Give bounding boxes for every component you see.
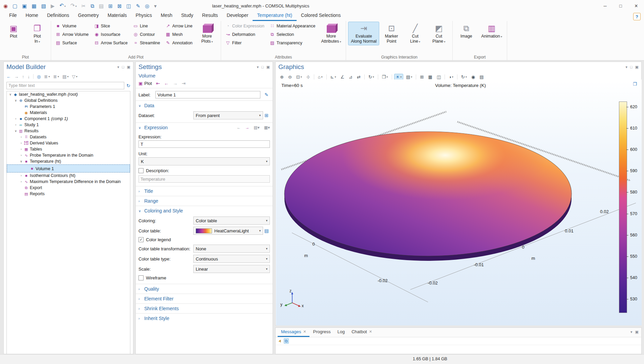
tab-log[interactable]: Log <box>334 328 348 337</box>
duplicate-icon[interactable]: ⊞ <box>108 3 113 8</box>
move-up-icon[interactable]: ↑ <box>22 74 24 79</box>
section-inherit-style[interactable]: ›Inherit Style <box>136 313 273 323</box>
tab-messages[interactable]: Messages✕ <box>278 328 309 337</box>
menu-tab-geometry[interactable]: Geometry <box>73 11 103 21</box>
material-rendering-icon[interactable]: ◑▾ <box>447 74 455 80</box>
copy-text-icon[interactable]: ⧉ <box>284 338 289 344</box>
go-to-default-view-icon[interactable]: ⌂▾ <box>316 74 324 80</box>
image-button[interactable]: ⧉Image <box>455 22 478 40</box>
menu-tab-physics[interactable]: Physics <box>131 11 156 21</box>
prev-expression-icon[interactable]: ← <box>237 125 241 130</box>
section-title[interactable]: ›Title <box>136 186 273 196</box>
tree-item-volume-1[interactable]: ■Volume 1 <box>7 164 130 173</box>
scene-light-icon[interactable]: ☀▾ <box>394 74 404 80</box>
color-expression-button[interactable]: ◔Color Expression <box>223 22 267 30</box>
expand-all-icon[interactable]: ≣▾ <box>53 74 59 79</box>
run-icon[interactable]: ▶ <box>51 3 55 8</box>
cut-line-button[interactable]: ╱CutLine ▾ <box>404 22 427 46</box>
float-panel-icon[interactable]: □ <box>261 65 264 69</box>
color-legend-checkbox[interactable]: ✓ <box>138 237 144 242</box>
nav-forward-icon[interactable]: → <box>14 74 19 79</box>
plot-in-button[interactable]: ❐PlotIn ▾ <box>26 22 49 46</box>
help-icon[interactable]: ? <box>633 13 641 20</box>
menu-tab-developer[interactable]: Developer <box>222 11 253 21</box>
new-file-icon[interactable]: ▢ <box>13 3 17 8</box>
tree-columns-icon[interactable]: ▤▾ <box>62 74 68 79</box>
tree-item-global-definitions[interactable]: ∨⊕Global Definitions <box>7 97 130 104</box>
expander-icon[interactable]: ∨ <box>14 99 18 102</box>
expander-icon[interactable]: › <box>19 135 23 139</box>
arrow-volume-button[interactable]: ⊞Arrow Volume <box>53 30 91 39</box>
unit-select[interactable]: K▾ <box>138 157 270 165</box>
zoom-out-icon[interactable]: ⊖ <box>286 74 294 80</box>
print-icon[interactable]: ▤ <box>478 74 485 80</box>
plot-area[interactable]: Time=60 s Volume: Temperature (K) ❐ z y … <box>276 79 642 325</box>
expander-icon[interactable]: › <box>14 117 18 120</box>
menu-tab-temperature-ht-[interactable]: Temperature (ht) <box>253 11 296 21</box>
measure-icon[interactable]: ⊾▾ <box>329 74 338 80</box>
material-appearance-button[interactable]: ∷Material Appearance <box>267 22 318 30</box>
expander-icon[interactable]: › <box>19 180 23 183</box>
selection-button[interactable]: ⧉Selection <box>267 30 318 39</box>
snapshot-icon[interactable]: ◉ <box>470 74 477 80</box>
tab-progress[interactable]: Progress <box>309 328 334 337</box>
mirror-view-icon[interactable]: ⇄ <box>355 74 362 80</box>
pin-panel-icon[interactable]: ▣ <box>127 65 130 69</box>
show-axes-icon[interactable]: ▦ <box>426 74 434 80</box>
undo-icon[interactable]: ↶▾ <box>59 3 66 9</box>
close-tab-icon[interactable]: ✕ <box>303 329 306 334</box>
next-expression-icon[interactable]: → <box>245 125 249 130</box>
streamline-button[interactable]: ≈Streamline <box>131 39 163 47</box>
expander-icon[interactable]: › <box>19 147 23 151</box>
refresh-tree-icon[interactable]: ↻ <box>126 83 130 88</box>
description-checkbox[interactable] <box>138 168 144 173</box>
animation-button[interactable]: ▥Animation ▾ <box>478 22 505 41</box>
tree-item-materials[interactable]: ◉Materials <box>7 110 130 116</box>
redo-icon[interactable]: ↷▾ <box>70 3 77 9</box>
arrow-line-button[interactable]: ↗Arrow Line <box>163 22 195 30</box>
tree-filter-input[interactable] <box>6 82 124 89</box>
mesh-button[interactable]: ▦Mesh <box>163 30 195 39</box>
menu-tab-materials[interactable]: Materials <box>103 11 131 21</box>
tree-item-datasets[interactable]: ›⠿Datasets <box>7 134 130 140</box>
menu-tab-mesh[interactable]: Mesh <box>156 11 177 21</box>
tree-item-maximum-temperature-difference-in-the-domain[interactable]: ›∿Maximum Temperature Difference in the … <box>7 179 130 185</box>
more-commands-icon[interactable]: ▾ <box>154 3 157 8</box>
slice-button[interactable]: ◨Slice <box>92 22 130 30</box>
minimize-button[interactable]: ─ <box>597 0 613 12</box>
tree-item-study-1[interactable]: ›∞Study 1 <box>7 122 130 128</box>
open-file-icon[interactable]: ▣ <box>22 3 27 8</box>
replace-expression-icon[interactable]: ▦▾ <box>264 125 270 130</box>
move-down-icon[interactable]: ↓ <box>28 74 30 79</box>
expander-icon[interactable]: ∨ <box>19 160 23 163</box>
show-grid-icon[interactable]: ⊞ <box>418 74 425 80</box>
menu-tab-results[interactable]: Results <box>198 11 222 21</box>
window-layout-icon[interactable]: ❐▾ <box>380 74 390 80</box>
color-table-transformation-select[interactable]: None▾ <box>193 245 270 253</box>
filter-button[interactable]: ▽Filter <box>223 39 267 47</box>
line-button[interactable]: ▭Line <box>131 22 163 30</box>
xy-plane-view-icon[interactable]: ∠ <box>339 74 346 80</box>
pin-panel-icon[interactable]: ▣ <box>635 65 639 69</box>
zoom-box-icon[interactable]: ⊡▾ <box>295 74 304 80</box>
comsol-logo[interactable]: ◉ <box>3 3 8 8</box>
marker-point-button[interactable]: ⊡MarkerPoint <box>380 22 403 45</box>
close-button[interactable]: ✕ <box>628 0 644 12</box>
section-expression[interactable]: ∨Expression ← → ▤▾ ▦▾ <box>136 122 273 132</box>
reset-scene-icon[interactable]: ↻▾ <box>459 74 469 80</box>
more-attributes-button[interactable]: MoreAttributes ▾ <box>318 22 344 46</box>
surface-button[interactable]: ▤Surface <box>53 39 91 47</box>
last-plot-icon[interactable]: ⇥ <box>181 81 186 86</box>
insert-expression-icon[interactable]: ▤▾ <box>254 125 259 130</box>
menu-tab-study[interactable]: Study <box>177 11 198 21</box>
arrow-surface-button[interactable]: ⊟Arrow Surface <box>92 39 130 47</box>
expression-input[interactable] <box>138 140 270 148</box>
menu-tab-colored-selections[interactable]: Colored Selections <box>297 11 345 21</box>
menu-tab-file[interactable]: File <box>5 11 21 21</box>
cut-plane-button[interactable]: ◩CutPlane ▾ <box>427 22 450 46</box>
contour-button[interactable]: ◎Contour <box>131 30 163 39</box>
tree-item-derived-values[interactable]: ›8.85e-12Derived Values <box>7 140 130 146</box>
rename-icon[interactable]: ✎ <box>263 92 270 97</box>
panel-menu-icon[interactable]: ▾ <box>625 65 627 69</box>
zoom-in-icon[interactable]: ⊕ <box>278 74 285 80</box>
